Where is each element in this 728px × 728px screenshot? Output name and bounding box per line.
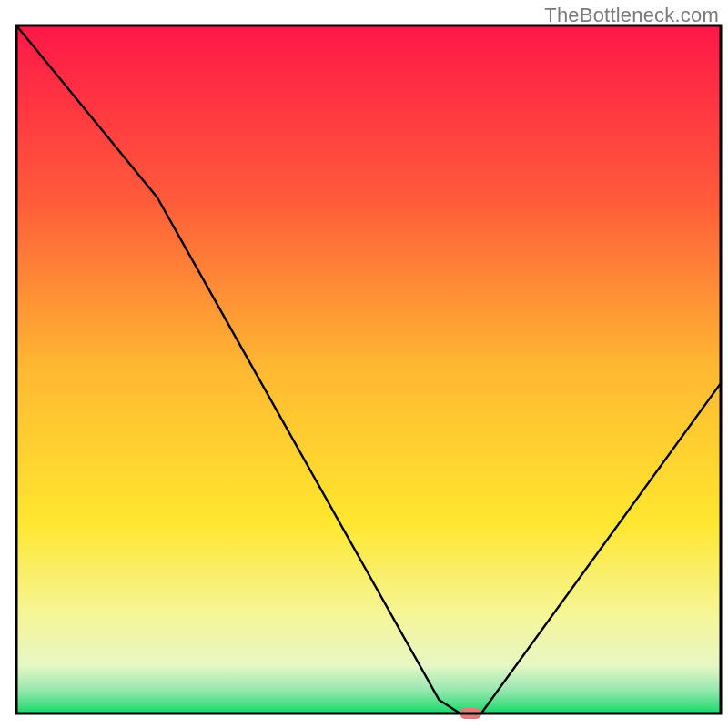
watermark-text: TheBottleneck.com: [544, 4, 719, 27]
bottleneck-chart: [0, 0, 728, 728]
chart-background-gradient: [16, 25, 721, 713]
